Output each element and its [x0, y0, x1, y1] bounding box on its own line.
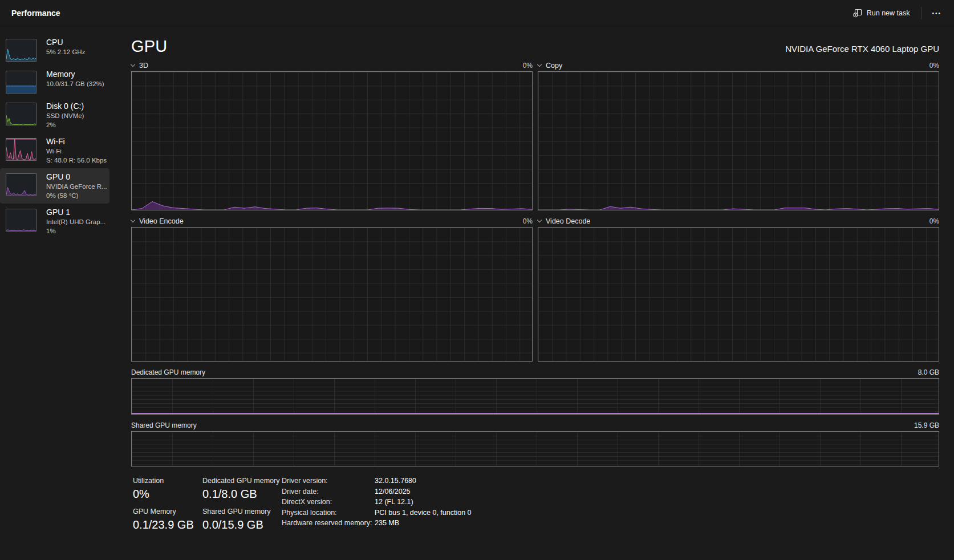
- dedicated-stat-value: 0.1/8.0 GB: [202, 488, 282, 501]
- sidebar-item-title: GPU 1: [46, 208, 105, 217]
- toolbar-divider: [921, 7, 921, 19]
- sidebar-item-detail: 10.0/31.7 GB (32%): [46, 80, 104, 88]
- disk-mini-chart: [6, 103, 36, 125]
- engine-selector-copy[interactable]: Copy: [538, 62, 562, 70]
- sidebar-item-detail: 0% (58 °C): [46, 192, 107, 200]
- detail-value: 235 MB: [375, 519, 472, 527]
- chart-dedicated-memory: [131, 378, 939, 415]
- detail-value: PCI bus 1, device 0, function 0: [375, 509, 472, 517]
- sidebar-item-detail: 5% 2.12 GHz: [46, 48, 85, 56]
- wifi-mini-chart: [6, 138, 36, 161]
- dedicated-memory-max: 8.0 GB: [918, 368, 939, 376]
- sidebar-item-cpu[interactable]: CPU 5% 2.12 GHz: [0, 34, 109, 66]
- gpu-stats: Utilization 0% GPU Memory 0.1/23.9 GB De…: [131, 476, 939, 538]
- more-options-button[interactable]: •••: [927, 7, 946, 20]
- run-new-task-button[interactable]: Run new task: [847, 5, 916, 21]
- run-new-task-icon: [852, 9, 862, 18]
- engine-selector-video-encode[interactable]: Video Encode: [131, 217, 184, 225]
- detail-value: 12 (FL 12.1): [375, 498, 472, 506]
- top-bar: Performance Run new task •••: [0, 0, 954, 26]
- chart-shared-memory: [131, 431, 939, 466]
- page-title: GPU: [131, 37, 167, 56]
- sidebar-item-memory[interactable]: Memory 10.0/31.7 GB (32%): [0, 66, 109, 98]
- gpu-memory-value: 0.1/23.9 GB: [133, 518, 202, 531]
- sidebar-item-wifi[interactable]: Wi-Fi Wi-Fi S: 48.0 R: 56.0 Kbps: [0, 133, 109, 168]
- chart-title-copy: Copy: [546, 62, 562, 70]
- chart-value-video-encode: 0%: [523, 217, 533, 225]
- sidebar-item-detail: S: 48.0 R: 56.0 Kbps: [46, 156, 107, 165]
- shared-memory-max: 15.9 GB: [914, 421, 939, 429]
- sidebar-item-title: Wi-Fi: [46, 137, 107, 147]
- engine-selector-video-decode[interactable]: Video Decode: [538, 217, 590, 225]
- sidebar-item-detail: Intel(R) UHD Grap...: [46, 218, 105, 226]
- chart-video-decode: [538, 227, 939, 362]
- detail-label: DirectX version:: [282, 498, 375, 506]
- gpu-device-name: NVIDIA GeForce RTX 4060 Laptop GPU: [785, 44, 939, 56]
- sidebar-item-title: Memory: [46, 70, 104, 79]
- shared-stat-label: Shared GPU memory: [202, 508, 282, 516]
- chart-title-3d: 3D: [139, 62, 148, 70]
- detail-value: 32.0.15.7680: [375, 477, 472, 485]
- gpu0-mini-chart: [6, 173, 36, 196]
- gpu1-mini-chart: [6, 209, 36, 232]
- chevron-down-icon: [131, 218, 135, 222]
- shared-stat-value: 0.0/15.9 GB: [202, 518, 282, 531]
- sidebar-item-detail: Wi-Fi: [46, 147, 107, 156]
- chevron-down-icon: [537, 62, 542, 67]
- chart-value-3d: 0%: [523, 62, 533, 70]
- chart-value-copy: 0%: [929, 62, 939, 70]
- sidebar-item-gpu1[interactable]: GPU 1 Intel(R) UHD Grap... 1%: [0, 204, 109, 239]
- detail-label: Driver version:: [282, 477, 375, 485]
- engine-selector-3d[interactable]: 3D: [131, 62, 148, 70]
- dedicated-stat-label: Dedicated GPU memory: [202, 477, 282, 485]
- driver-details: Driver version: 32.0.15.7680 Driver date…: [282, 477, 472, 538]
- sidebar-item-title: Disk 0 (C:): [46, 102, 84, 111]
- utilization-value: 0%: [133, 488, 202, 501]
- detail-label: Physical location:: [282, 509, 375, 517]
- chart-video-encode: [131, 227, 533, 362]
- detail-value: 12/06/2025: [375, 488, 472, 496]
- sidebar-item-disk0[interactable]: Disk 0 (C:) SSD (NVMe) 2%: [0, 98, 109, 133]
- run-new-task-label: Run new task: [867, 9, 910, 17]
- chevron-down-icon: [131, 62, 135, 67]
- utilization-label: Utilization: [133, 477, 202, 485]
- sidebar-item-gpu0[interactable]: GPU 0 NVIDIA GeForce R... 0% (58 °C): [0, 168, 109, 204]
- chart-value-video-decode: 0%: [929, 217, 939, 225]
- gpu-memory-label: GPU Memory: [133, 508, 202, 516]
- sidebar-item-title: CPU: [46, 38, 85, 47]
- sidebar-item-title: GPU 0: [46, 172, 107, 182]
- detail-label: Hardware reserved memory:: [282, 519, 375, 527]
- chart-3d: [131, 71, 533, 210]
- sidebar-item-detail: SSD (NVMe): [46, 112, 84, 120]
- performance-sidebar: CPU 5% 2.12 GHz Memory 10.0/31.7 GB (32%…: [0, 26, 114, 560]
- chart-title-video-encode: Video Encode: [139, 217, 184, 225]
- chevron-down-icon: [537, 218, 542, 222]
- memory-mini-chart: [6, 71, 36, 94]
- sidebar-item-detail: NVIDIA GeForce R...: [46, 182, 107, 191]
- dedicated-memory-label: Dedicated GPU memory: [131, 368, 205, 376]
- gpu-panel: GPU NVIDIA GeForce RTX 4060 Laptop GPU 3…: [131, 26, 939, 538]
- page-header-performance: Performance: [11, 9, 60, 18]
- detail-label: Driver date:: [282, 488, 375, 496]
- shared-memory-label: Shared GPU memory: [131, 421, 197, 429]
- cpu-mini-chart: [6, 39, 36, 62]
- chart-title-video-decode: Video Decode: [546, 217, 590, 225]
- sidebar-item-detail: 2%: [46, 121, 84, 129]
- chart-copy: [538, 71, 939, 210]
- sidebar-item-detail: 1%: [46, 227, 105, 236]
